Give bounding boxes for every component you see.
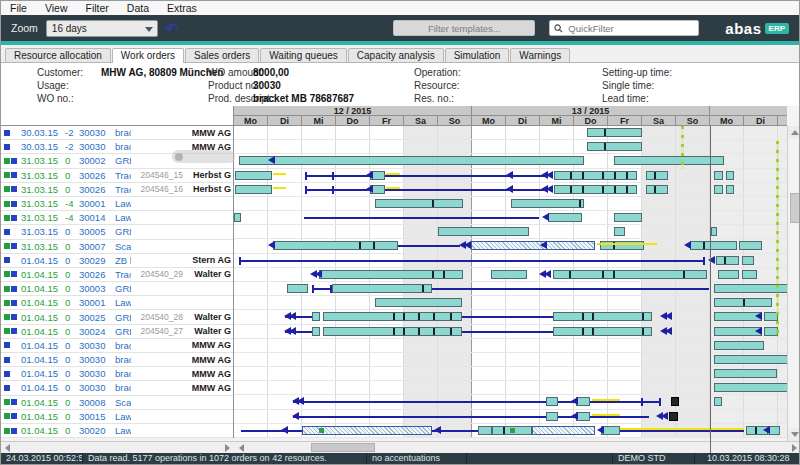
undo-icon[interactable]: ↶ <box>166 20 179 37</box>
gantt-bar[interactable] <box>375 199 463 208</box>
menu-item-file[interactable]: File <box>1 2 36 14</box>
gantt-bar[interactable] <box>478 426 492 435</box>
vertical-scroll-thumb[interactable] <box>790 193 800 223</box>
scroll-up-button[interactable] <box>788 126 800 139</box>
gantt-bar[interactable] <box>714 397 722 406</box>
gantt-bar[interactable] <box>548 213 582 222</box>
gantt-bar-hatched[interactable] <box>532 426 595 435</box>
tab-warnings[interactable]: Warnings <box>510 48 570 62</box>
gantt-bar[interactable] <box>234 213 241 222</box>
gantt-bar[interactable] <box>739 241 762 250</box>
work-order-row[interactable]: 01.04.15030003GREEN Shredder 2 <box>1 282 233 296</box>
gantt-bar[interactable] <box>714 383 787 392</box>
gantt-bar[interactable] <box>718 270 739 279</box>
tab-capacity-analysis[interactable]: Capacity analysis <box>348 48 444 62</box>
work-order-row[interactable]: 01.04.15030030bracket MB 78687MMW AG <box>1 381 233 395</box>
gantt-bar[interactable] <box>714 355 787 364</box>
work-order-row[interactable]: 01.04.15030015Lawn mower 40cm <box>1 410 233 424</box>
tab-resource-allocation[interactable]: Resource allocation <box>5 48 111 62</box>
gantt-bar[interactable] <box>375 298 462 307</box>
gantt-bar[interactable] <box>312 312 320 321</box>
menu-item-data[interactable]: Data <box>118 2 158 14</box>
gantt-horizontal-scrollbar[interactable] <box>234 441 800 453</box>
gantt-bar[interactable] <box>438 227 529 236</box>
work-order-row[interactable]: 01.04.15030008Scarifier 36cm 2.1 <box>1 396 233 410</box>
zoom-select[interactable]: 16 days <box>46 20 158 37</box>
tab-work-orders[interactable]: Work orders <box>112 48 184 63</box>
gantt-bar[interactable] <box>726 171 734 180</box>
gantt-scroll-thumb[interactable] <box>311 443 375 452</box>
menu-item-extras[interactable]: Extras <box>158 2 206 14</box>
table-scroll-right-button[interactable] <box>221 442 233 453</box>
gantt-bar[interactable] <box>273 241 398 250</box>
gantt-bar[interactable] <box>714 298 772 307</box>
work-order-row[interactable]: 01.04.15030001Lawn trimmer 350 <box>1 296 233 310</box>
gantt-bar[interactable] <box>554 171 637 180</box>
gantt-bar[interactable] <box>546 412 558 421</box>
gantt-bar[interactable] <box>690 241 737 250</box>
gantt-bar[interactable] <box>491 270 527 279</box>
gantt-bar[interactable] <box>714 185 723 194</box>
tab-sales-orders[interactable]: Sales orders <box>185 48 259 62</box>
gantt-bar[interactable] <box>716 256 739 265</box>
gantt-bar[interactable] <box>614 213 642 222</box>
gantt-bar[interactable] <box>323 327 462 336</box>
gantt-bar-dark[interactable] <box>669 412 678 421</box>
work-order-row[interactable]: 31.03.15030026Tractor TH 4005204546_15He… <box>1 169 233 183</box>
gantt-bar[interactable] <box>742 256 754 265</box>
work-order-row[interactable]: 01.04.15030025GREEN Lawn tract204540_28W… <box>1 310 233 324</box>
work-order-row[interactable]: 01.04.15030026Tractor TH 4005204540_29Wa… <box>1 268 233 282</box>
gantt-bar[interactable] <box>554 185 637 194</box>
vertical-scrollbar[interactable] <box>787 126 800 441</box>
work-order-row[interactable]: 31.03.15030007Scarifier 43cm 2.4 <box>1 240 233 254</box>
gantt-bar[interactable] <box>587 128 642 137</box>
tab-waiting-queues[interactable]: Waiting queues <box>260 48 347 62</box>
table-horizontal-scrollbar[interactable] <box>1 441 234 453</box>
scroll-down-button[interactable] <box>788 428 800 441</box>
work-order-row[interactable]: 31.03.15030005GREEN Shredder 2 <box>1 225 233 239</box>
work-order-row[interactable]: 01.04.15030030bracket MB 78687MMW AG <box>1 353 233 367</box>
work-order-row[interactable]: 31.03.15030026Tractor TH 4005204546_16He… <box>1 183 233 197</box>
gantt-bar[interactable] <box>646 171 668 180</box>
gantt-scroll-right-button[interactable] <box>788 442 800 453</box>
gantt-bar[interactable] <box>714 341 764 350</box>
gantt-bar[interactable] <box>511 199 584 208</box>
gantt-bar[interactable] <box>726 185 734 194</box>
gantt-bar[interactable] <box>287 284 308 293</box>
gantt-bar[interactable] <box>312 327 320 336</box>
menu-item-view[interactable]: View <box>36 2 77 14</box>
filter-templates-button[interactable]: Filter templates... <box>393 20 535 36</box>
gantt-bar[interactable] <box>332 284 432 293</box>
gantt-bar[interactable] <box>323 312 462 321</box>
work-order-row[interactable]: 01.04.15030030bracket MB 78687MMW AG <box>1 367 233 381</box>
gantt-bar[interactable] <box>614 227 625 236</box>
gantt-bar-hatched[interactable] <box>471 241 595 250</box>
gantt-scroll-left-button[interactable] <box>235 442 247 453</box>
gantt-bar[interactable] <box>546 397 558 406</box>
work-order-row[interactable]: 30.03.15-230030bracket MB 78687MMW AG <box>1 126 233 140</box>
gantt-bar[interactable] <box>646 185 668 194</box>
gantt-bar[interactable] <box>711 227 717 236</box>
menu-item-filter[interactable]: Filter <box>77 2 118 14</box>
work-order-row[interactable]: 01.04.15030020Lawn mower 43cm <box>1 424 233 438</box>
tab-simulation[interactable]: Simulation <box>445 48 510 62</box>
gantt-bar[interactable] <box>576 397 590 406</box>
work-order-row[interactable]: 31.03.15-430001Lawn trimmer 350 <box>1 197 233 211</box>
work-order-row[interactable]: 01.04.15030030bracket MB 78687MMW AG <box>1 339 233 353</box>
gantt-bar[interactable] <box>553 327 652 336</box>
gantt-bar[interactable] <box>587 142 642 151</box>
gantt-bar[interactable] <box>614 156 724 165</box>
gantt-bar[interactable] <box>576 412 590 421</box>
work-order-row[interactable]: 01.04.15030029ZB lube oil line A61Stern … <box>1 254 233 268</box>
gantt-bar[interactable] <box>714 171 723 180</box>
gantt-bar[interactable] <box>319 270 463 279</box>
gantt-bar[interactable] <box>235 171 272 180</box>
work-order-row[interactable]: 31.03.15-430014Lawn mower 40cm <box>1 211 233 225</box>
gantt-bar[interactable] <box>553 312 652 321</box>
gantt-bar[interactable] <box>742 270 757 279</box>
quickfilter-box[interactable] <box>549 20 699 36</box>
quickfilter-input[interactable] <box>566 22 676 35</box>
gantt-bar-dark[interactable] <box>671 397 679 406</box>
gantt-bar[interactable] <box>714 369 777 378</box>
gantt-bar[interactable] <box>553 270 707 279</box>
